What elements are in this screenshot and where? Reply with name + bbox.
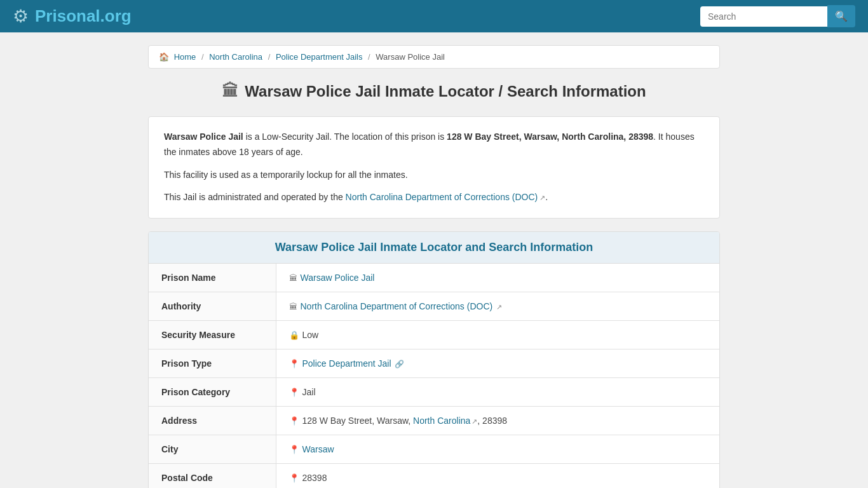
cell-icon: 📍 <box>289 416 299 426</box>
main-content: 🏠 Home / North Carolina / Police Departm… <box>142 45 726 488</box>
page-title: 🏛 Warsaw Police Jail Inmate Locator / Se… <box>148 81 720 101</box>
table-label-2: Security Measure <box>149 321 276 349</box>
description-section: Warsaw Police Jail is a Low-Security Jai… <box>148 116 720 219</box>
table-label-1: Authority <box>149 292 276 321</box>
address-bold: 128 W Bay Street, Warsaw, North Carolina… <box>447 132 653 142</box>
table-link-6[interactable]: Warsaw <box>302 444 334 454</box>
doc-link[interactable]: North Carolina Department of Corrections… <box>346 192 538 202</box>
description-para-3: This Jail is administrated and operated … <box>164 190 704 205</box>
logo-text: Prisonal.org <box>35 6 132 26</box>
table-label-6: City <box>149 435 276 464</box>
table-row: Prison Name🏛Warsaw Police Jail <box>149 264 719 292</box>
table-text-7: 28398 <box>302 473 327 483</box>
page-title-text: Warsaw Police Jail Inmate Locator / Sear… <box>245 83 646 100</box>
section-header-text: Warsaw Police Jail Inmate Locator and Se… <box>275 241 593 254</box>
cell-icon: 🏛 <box>289 302 297 311</box>
breadcrumb-state[interactable]: North Carolina <box>209 52 262 62</box>
external-link-icon: ↗ <box>494 303 502 311</box>
cell-icon: 🔒 <box>289 330 299 340</box>
breadcrumb: 🏠 Home / North Carolina / Police Departm… <box>148 45 720 69</box>
table-value-0: 🏛Warsaw Police Jail <box>276 264 719 292</box>
prison-name-bold: Warsaw Police Jail <box>164 132 243 142</box>
table-value-2: 🔒Low <box>276 321 719 349</box>
info-table: Prison Name🏛Warsaw Police JailAuthority🏛… <box>149 264 719 488</box>
breadcrumb-category[interactable]: Police Department Jails <box>276 52 363 62</box>
breadcrumb-sep-3: / <box>368 52 370 62</box>
table-text-2: Low <box>302 330 319 340</box>
prison-icon: 🏛 <box>222 81 238 101</box>
home-icon: 🏠 <box>159 52 169 62</box>
logo-tld: .org <box>100 6 132 25</box>
table-label-7: Postal Code <box>149 464 276 488</box>
address-state-link[interactable]: North Carolina <box>413 416 470 426</box>
cell-icon: 📍 <box>289 445 299 454</box>
table-label-5: Address <box>149 407 276 435</box>
table-value-5: 📍128 W Bay Street, Warsaw, North Carolin… <box>276 407 719 435</box>
table-value-7: 📍28398 <box>276 464 719 488</box>
breadcrumb-sep-2: / <box>268 52 271 62</box>
description-para-1: Warsaw Police Jail is a Low-Security Jai… <box>164 130 704 160</box>
cell-icon: 📍 <box>289 359 299 369</box>
desc-main-text: is a Low-Security Jail. The location of … <box>243 132 447 142</box>
address-prefix: 128 W Bay Street, Warsaw, <box>302 416 414 426</box>
logo-area: ⚙ Prisonal.org <box>13 6 132 27</box>
table-row: Address📍128 W Bay Street, Warsaw, North … <box>149 407 719 435</box>
table-value-6: 📍Warsaw <box>276 435 719 464</box>
table-value-1: 🏛North Carolina Department of Correction… <box>276 292 719 321</box>
table-label-0: Prison Name <box>149 264 276 292</box>
address-suffix: , 28398 <box>477 416 507 426</box>
breadcrumb-home[interactable]: Home <box>174 52 196 62</box>
description-para-2: This facility is used as a temporarily l… <box>164 168 704 183</box>
table-row: Prison Type📍Police Department Jail🔗 <box>149 349 719 378</box>
table-link-3[interactable]: Police Department Jail <box>302 358 391 369</box>
logo-name: Prisonal <box>35 6 100 25</box>
cell-icon: 🏛 <box>289 273 297 283</box>
table-row: Postal Code📍28398 <box>149 464 719 488</box>
table-row: Security Measure🔒Low <box>149 321 719 349</box>
table-value-4: 📍Jail <box>276 378 719 407</box>
cell-icon: 📍 <box>289 388 299 397</box>
breadcrumb-current: Warsaw Police Jail <box>376 52 445 62</box>
table-link-1[interactable]: North Carolina Department of Corrections… <box>301 301 493 311</box>
table-text-4: Jail <box>302 387 316 397</box>
logo-icon: ⚙ <box>13 6 29 27</box>
table-label-4: Prison Category <box>149 378 276 407</box>
cell-icon: 📍 <box>289 473 299 483</box>
ext-icon-desc: ↗ <box>539 194 545 201</box>
table-row: Authority🏛North Carolina Department of C… <box>149 292 719 321</box>
search-button[interactable]: 🔍 <box>827 5 855 27</box>
breadcrumb-sep-1: / <box>201 52 204 62</box>
section-header: Warsaw Police Jail Inmate Locator and Se… <box>149 232 719 264</box>
search-area: 🔍 <box>700 5 855 27</box>
search-input[interactable] <box>700 6 827 27</box>
table-value-3: 📍Police Department Jail🔗 <box>276 349 719 378</box>
table-row: Prison Category📍Jail <box>149 378 719 407</box>
table-link-0[interactable]: Warsaw Police Jail <box>301 273 375 283</box>
info-section: Warsaw Police Jail Inmate Locator and Se… <box>148 231 720 488</box>
table-row: City📍Warsaw <box>149 435 719 464</box>
table-label-3: Prison Type <box>149 349 276 378</box>
site-header: ⚙ Prisonal.org 🔍 <box>0 0 868 32</box>
